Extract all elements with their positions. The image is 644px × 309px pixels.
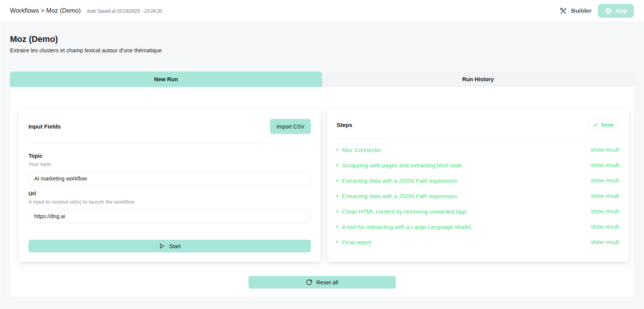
step-row: Moz Connector show result <box>337 142 619 157</box>
reset-all-button[interactable]: Reset all <box>249 276 396 289</box>
input-fields-card: Input Fields Import CSV Topic Your topic… <box>18 109 321 262</box>
chevron-right-icon <box>337 195 339 197</box>
steps-header: Steps Done <box>337 119 619 130</box>
builder-button[interactable]: Builder <box>559 7 591 15</box>
breadcrumb[interactable]: Workflows > Moz (Demo) <box>10 7 81 14</box>
step-row: Final report show result <box>337 234 619 250</box>
show-result-link[interactable]: show result <box>591 193 619 199</box>
page-subtitle: Extraire les clusters et champ lexical a… <box>10 47 634 53</box>
app-button-label: App <box>616 7 627 14</box>
steps-title: Steps <box>337 122 352 128</box>
step-toggle[interactable]: Final report <box>337 239 371 246</box>
url-input[interactable] <box>28 209 311 223</box>
step-name-label: Moz Connector <box>342 147 381 153</box>
topic-input[interactable] <box>28 171 311 185</box>
step-row: Scrapping web pages and extracting html … <box>337 157 619 173</box>
globe-icon <box>605 7 612 15</box>
step-name-label: Extracting data with a JSON Path express… <box>342 193 457 199</box>
status-badge: Done <box>588 120 619 130</box>
topic-label: Topic <box>28 153 311 159</box>
status-badge-label: Done <box>601 122 614 128</box>
url-field-group: Url A input to receive url(s) to launch … <box>28 190 311 223</box>
refresh-icon <box>306 279 312 286</box>
input-fields-title: Input Fields <box>28 123 61 130</box>
show-result-link[interactable]: show result <box>591 224 619 230</box>
step-toggle[interactable]: Extracting data with a JSON Path express… <box>337 177 457 184</box>
tools-icon <box>559 7 567 15</box>
step-toggle[interactable]: Scrapping web pages and extracting html … <box>337 162 462 169</box>
start-button[interactable]: Start <box>28 240 311 252</box>
title-block: Moz (Demo) Extraire les clusters et cham… <box>10 34 634 53</box>
chevron-right-icon <box>337 225 339 228</box>
run-panel: New Run Run History Input Fields Import … <box>10 72 634 297</box>
topic-hint: Your topic <box>28 161 311 167</box>
top-bar: Workflows > Moz (Demo) Auto Saved at 02/… <box>0 0 644 22</box>
step-row: A tool for interacting with a Large Lang… <box>337 219 619 234</box>
reset-all-label: Reset all <box>316 279 338 286</box>
step-name-label: Scrapping web pages and extracting html … <box>342 162 462 169</box>
tab-bar: New Run Run History <box>10 72 634 87</box>
input-fields-header: Input Fields Import CSV <box>28 119 311 134</box>
chevron-right-icon <box>337 241 339 243</box>
step-name-label: Extracting data with a JSON Path express… <box>342 177 457 184</box>
step-name-label: Final report <box>342 239 371 246</box>
step-row: Clean HTML content by removing unwanted … <box>337 204 619 219</box>
new-run-panel: Input Fields Import CSV Topic Your topic… <box>10 87 634 297</box>
steps-card: Steps Done Moz C <box>327 109 629 262</box>
show-result-link[interactable]: show result <box>591 147 619 153</box>
step-row: Extracting data with a JSON Path express… <box>337 173 619 188</box>
tab-run-history[interactable]: Run History <box>322 72 634 87</box>
step-name-label: A tool for interacting with a Large Lang… <box>342 224 472 230</box>
app-button[interactable]: App <box>598 4 634 18</box>
header-divider <box>337 138 619 138</box>
topbar-actions: Builder App <box>559 4 634 18</box>
steps-list: Moz Connector show result Scrapping web … <box>337 142 619 250</box>
url-hint: A input to receive url(s) to launch the … <box>28 199 311 205</box>
workflow-app-screen: Workflows > Moz (Demo) Auto Saved at 02/… <box>0 0 644 309</box>
page-title: Moz (Demo) <box>10 34 634 44</box>
step-toggle[interactable]: Moz Connector <box>337 147 381 153</box>
step-toggle[interactable]: Clean HTML content by removing unwanted … <box>337 208 467 215</box>
chevron-right-icon <box>337 179 339 182</box>
show-result-link[interactable]: show result <box>591 162 619 168</box>
import-csv-button[interactable]: Import CSV <box>270 119 311 134</box>
step-name-label: Clean HTML content by removing unwanted … <box>342 208 467 215</box>
step-row: Extracting data with a JSON Path express… <box>337 188 619 204</box>
play-icon <box>158 243 165 249</box>
start-button-label: Start <box>169 243 181 249</box>
chevron-right-icon <box>337 164 339 166</box>
autosave-status: Auto Saved at 02/16/2025 - 23:04:20 <box>87 8 162 14</box>
show-result-link[interactable]: show result <box>591 208 619 214</box>
header-divider <box>28 144 311 144</box>
url-label: Url <box>28 190 311 197</box>
step-toggle[interactable]: Extracting data with a JSON Path express… <box>337 193 457 199</box>
show-result-link[interactable]: show result <box>591 239 619 245</box>
chevron-right-icon <box>337 210 339 212</box>
builder-button-label: Builder <box>571 7 591 14</box>
check-icon <box>593 122 599 127</box>
show-result-link[interactable]: show result <box>591 177 619 184</box>
step-toggle[interactable]: A tool for interacting with a Large Lang… <box>337 224 472 230</box>
chevron-right-icon <box>337 149 339 151</box>
cards-row: Input Fields Import CSV Topic Your topic… <box>10 87 634 262</box>
topic-field-group: Topic Your topic <box>28 153 311 185</box>
left-seam-divider <box>3 0 3 297</box>
tab-new-run[interactable]: New Run <box>10 72 322 87</box>
